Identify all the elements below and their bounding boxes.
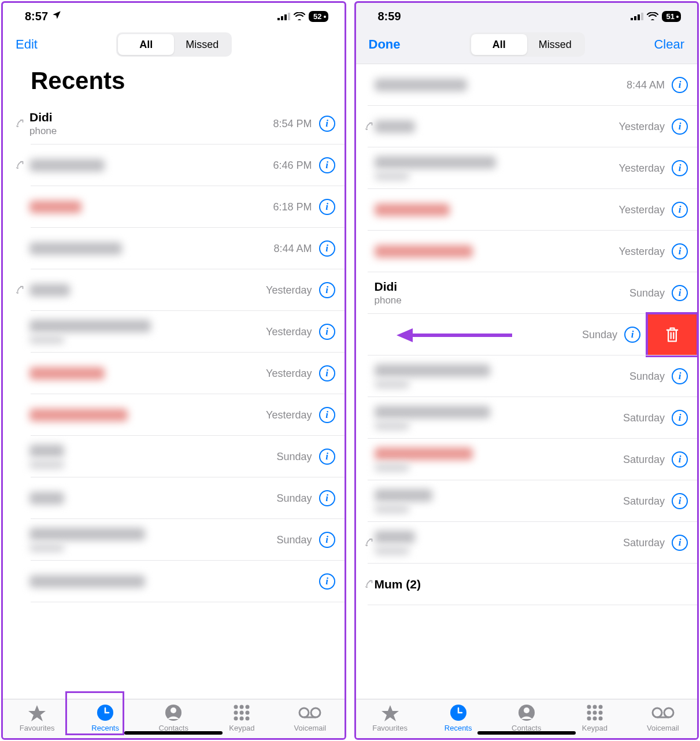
tab-contacts[interactable]: Contacts: [492, 704, 561, 732]
redacted-name: [29, 575, 145, 588]
call-row[interactable]: Saturdayi: [356, 522, 698, 564]
info-button[interactable]: i: [672, 118, 688, 135]
call-row[interactable]: Yesterdayi: [356, 147, 698, 189]
call-row[interactable]: Sundayi: [356, 355, 698, 397]
call-time: Sunday: [629, 370, 665, 383]
tab-recents[interactable]: Recents: [424, 704, 492, 732]
tab-voicemail[interactable]: Voicemail: [629, 704, 697, 732]
call-row[interactable]: Yesterdayi: [3, 353, 345, 394]
tab-favourites[interactable]: Favourites: [3, 704, 71, 732]
redacted-name: [375, 120, 415, 133]
tab-voicemail[interactable]: Voicemail: [276, 704, 344, 732]
info-button[interactable]: i: [319, 490, 335, 506]
tab-contacts[interactable]: Contacts: [139, 704, 208, 732]
svg-rect-0: [277, 18, 280, 20]
call-time: Yesterday: [619, 162, 665, 175]
call-time: Yesterday: [266, 409, 312, 421]
segmented-control[interactable]: All Missed: [469, 32, 585, 57]
call-row[interactable]: Yesterdayi: [3, 394, 345, 436]
info-button[interactable]: i: [319, 532, 335, 548]
info-button[interactable]: i: [672, 243, 688, 260]
done-button[interactable]: Done: [369, 37, 401, 52]
info-button[interactable]: i: [672, 493, 688, 509]
svg-point-31: [592, 711, 597, 715]
call-row[interactable]: Sundayi: [356, 314, 698, 355]
info-button[interactable]: i: [319, 282, 335, 298]
svg-rect-2: [284, 14, 287, 20]
redacted-name: [375, 364, 490, 377]
segment-all[interactable]: All: [471, 34, 527, 55]
call-row[interactable]: 6:18 PMi: [3, 186, 345, 228]
edit-button[interactable]: Edit: [16, 37, 38, 52]
tab-recents[interactable]: Recents: [71, 704, 139, 732]
info-button[interactable]: i: [319, 407, 335, 423]
recents-list[interactable]: Didiphone8:54 PMi6:46 PMi6:18 PMi8:44 AM…: [3, 103, 345, 699]
call-row[interactable]: Saturdayi: [356, 480, 698, 522]
info-button[interactable]: i: [319, 365, 335, 381]
call-row[interactable]: Sundayi: [3, 477, 345, 519]
battery-icon: 52: [309, 11, 328, 22]
svg-point-35: [598, 717, 602, 721]
call-time: Sunday: [276, 534, 312, 546]
call-row[interactable]: Yesterdayi: [356, 189, 698, 231]
redacted-sub: [375, 172, 409, 180]
call-row[interactable]: Yesterdayi: [3, 311, 345, 353]
tab-keypad[interactable]: Keypad: [208, 704, 276, 732]
info-button[interactable]: i: [672, 410, 688, 426]
call-row[interactable]: Sundayi: [3, 519, 345, 561]
call-time: Sunday: [582, 329, 617, 341]
call-row[interactable]: i: [3, 561, 345, 602]
call-row[interactable]: Saturdayi: [356, 397, 698, 439]
info-button[interactable]: i: [319, 324, 335, 340]
info-button[interactable]: i: [319, 199, 335, 215]
tab-keypad[interactable]: Keypad: [561, 704, 629, 732]
call-time: Saturday: [623, 537, 665, 549]
svg-point-12: [246, 711, 250, 715]
info-button[interactable]: i: [672, 535, 688, 551]
svg-point-32: [598, 711, 602, 715]
call-time: 8:54 PM: [273, 118, 312, 130]
call-row[interactable]: Yesterdayi: [3, 269, 345, 311]
info-button[interactable]: i: [319, 157, 335, 173]
call-row[interactable]: Didiphone8:54 PMi: [3, 103, 345, 145]
call-row[interactable]: Yesterdayi: [356, 106, 698, 147]
call-row[interactable]: 6:46 PMi: [3, 145, 345, 186]
home-indicator[interactable]: [124, 731, 223, 735]
redacted-name: [29, 320, 151, 332]
info-button[interactable]: i: [319, 573, 335, 590]
info-button[interactable]: i: [624, 327, 640, 343]
info-button[interactable]: i: [672, 160, 688, 176]
info-button[interactable]: i: [319, 116, 335, 132]
recents-icon: [97, 704, 114, 721]
info-button[interactable]: i: [672, 368, 688, 384]
call-row[interactable]: DidiphoneSundayi: [356, 272, 698, 314]
segmented-control[interactable]: All Missed: [116, 32, 232, 57]
call-row[interactable]: Saturdayi: [356, 439, 698, 480]
info-button[interactable]: i: [672, 77, 688, 93]
status-bar: 8:57 52: [3, 3, 345, 27]
segment-missed[interactable]: Missed: [174, 34, 230, 55]
svg-rect-19: [631, 18, 633, 20]
nav-header: Done All Missed Clear: [356, 27, 698, 64]
home-indicator[interactable]: [477, 731, 576, 735]
delete-button[interactable]: [647, 314, 697, 355]
info-button[interactable]: i: [319, 240, 335, 257]
info-button[interactable]: i: [672, 285, 688, 301]
recents-list[interactable]: 8:44 AMiYesterdayiYesterdayiYesterdayiYe…: [356, 64, 698, 699]
call-row[interactable]: Mum (2): [356, 564, 698, 605]
call-row[interactable]: Yesterdayi: [356, 231, 698, 272]
info-button[interactable]: i: [319, 449, 335, 465]
segment-missed[interactable]: Missed: [527, 34, 583, 55]
call-row[interactable]: 8:44 AMi: [356, 64, 698, 106]
tab-label: Recents: [91, 724, 119, 732]
svg-point-15: [246, 717, 250, 721]
tab-favourites[interactable]: Favourites: [356, 704, 424, 732]
info-button[interactable]: i: [672, 451, 688, 468]
segment-all[interactable]: All: [118, 34, 174, 55]
info-button[interactable]: i: [672, 202, 688, 218]
contact-subtext: phone: [375, 295, 629, 306]
call-row[interactable]: Sundayi: [3, 436, 345, 477]
call-row[interactable]: 8:44 AMi: [3, 228, 345, 269]
clear-button[interactable]: Clear: [654, 37, 684, 52]
outgoing-call-icon: [15, 284, 25, 297]
